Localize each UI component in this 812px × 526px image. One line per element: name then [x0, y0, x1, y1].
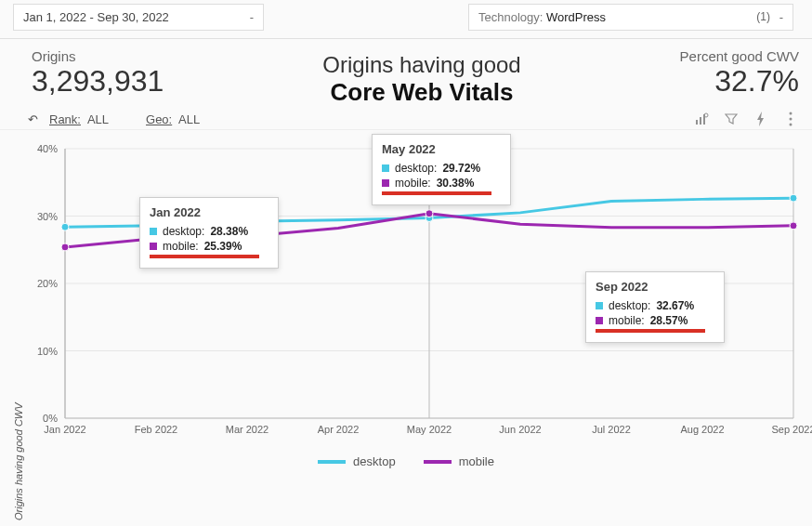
- svg-text:30%: 30%: [37, 211, 58, 222]
- geo-filter[interactable]: Geo: ALL: [146, 112, 200, 126]
- legend-label: mobile: [459, 454, 494, 468]
- mobile-swatch-icon: [150, 243, 157, 250]
- svg-text:40%: 40%: [37, 143, 58, 154]
- chart-area: Origins having good CWV 0%10%20%30%40%Ja…: [0, 130, 812, 451]
- legend-item-mobile[interactable]: mobile: [424, 454, 494, 468]
- rank-label: Rank:: [49, 112, 81, 126]
- desktop-line-icon: [318, 460, 346, 464]
- legend-label: desktop: [353, 454, 396, 468]
- tech-count: (1): [756, 10, 770, 23]
- date-range-text: Jan 1, 2022 - Sep 30, 2022: [23, 10, 169, 24]
- geo-value: ALL: [178, 112, 200, 126]
- svg-text:May 2022: May 2022: [407, 424, 452, 435]
- highlight-underline: [596, 329, 705, 333]
- filter-icon[interactable]: [723, 111, 740, 127]
- dash-icon: -: [250, 10, 254, 24]
- desktop-swatch-icon: [150, 228, 157, 235]
- svg-point-31: [61, 223, 69, 230]
- svg-text:Sep 2022: Sep 2022: [771, 424, 812, 435]
- svg-text:20%: 20%: [37, 278, 58, 289]
- svg-rect-1: [700, 117, 701, 125]
- tooltip-may: May 2022 desktop: 29.72% mobile: 30.38%: [372, 134, 511, 205]
- mobile-line-icon: [424, 460, 452, 464]
- tooltip-jan: Jan 2022 desktop: 28.38% mobile: 25.39%: [139, 197, 279, 269]
- pct-label: Percent good CWV: [680, 48, 799, 64]
- tech-label: Technology:: [478, 10, 546, 24]
- svg-text:Mar 2022: Mar 2022: [226, 424, 268, 435]
- origins-value: 3,293,931: [32, 64, 164, 99]
- svg-rect-0: [696, 120, 698, 125]
- title-line1: Origins having good: [164, 52, 679, 78]
- chart-toolbar: ↶ Rank: ALL Geo: ALL: [0, 109, 812, 130]
- header: Origins 3,293,931 Origins having good Co…: [0, 39, 812, 109]
- title-line2: Core Web Vitals: [164, 78, 679, 107]
- tech-value: WordPress: [546, 10, 606, 24]
- legend-item-desktop[interactable]: desktop: [318, 454, 396, 468]
- mobile-swatch-icon: [596, 317, 603, 324]
- tooltip-title: Jan 2022: [150, 205, 268, 219]
- origins-label: Origins: [32, 48, 164, 64]
- undo-icon[interactable]: ↶: [28, 112, 38, 126]
- svg-text:Jan 2022: Jan 2022: [44, 424, 85, 435]
- filter-bar: Jan 1, 2022 - Sep 30, 2022 - Technology:…: [0, 0, 812, 39]
- chart-title: Origins having good Core Web Vitals: [164, 52, 679, 107]
- y-axis-label: Origins having good CWV: [13, 402, 24, 520]
- legend: desktop mobile: [0, 451, 812, 472]
- rank-filter[interactable]: Rank: ALL: [49, 112, 109, 126]
- svg-text:10%: 10%: [37, 346, 58, 357]
- svg-text:Jun 2022: Jun 2022: [499, 424, 541, 435]
- desktop-swatch-icon: [596, 302, 603, 309]
- chart-config-icon[interactable]: [693, 111, 710, 127]
- geo-label: Geo:: [146, 112, 172, 126]
- svg-text:0%: 0%: [43, 413, 58, 424]
- svg-point-5: [790, 118, 792, 121]
- tooltip-title: May 2022: [382, 142, 501, 156]
- mobile-swatch-icon: [382, 179, 389, 187]
- svg-point-4: [790, 112, 792, 115]
- svg-text:Feb 2022: Feb 2022: [135, 424, 177, 435]
- pct-metric: Percent good CWV 32.7%: [680, 48, 799, 99]
- technology-filter[interactable]: Technology: WordPress (1) -: [468, 4, 793, 31]
- tooltip-title: Sep 2022: [596, 280, 714, 294]
- more-icon[interactable]: [782, 111, 799, 127]
- highlight-underline: [150, 255, 259, 258]
- bolt-icon[interactable]: [753, 111, 769, 127]
- date-range-filter[interactable]: Jan 1, 2022 - Sep 30, 2022 -: [13, 4, 264, 31]
- highlight-underline: [382, 191, 491, 195]
- rank-value: ALL: [87, 112, 109, 126]
- dash-icon: -: [779, 10, 783, 24]
- desktop-swatch-icon: [382, 164, 389, 172]
- svg-text:Aug 2022: Aug 2022: [680, 424, 724, 435]
- origins-metric: Origins 3,293,931: [32, 48, 164, 99]
- svg-text:Jul 2022: Jul 2022: [592, 424, 631, 435]
- svg-point-34: [61, 243, 69, 251]
- svg-point-36: [790, 222, 797, 230]
- pct-value: 32.7%: [680, 64, 799, 99]
- svg-text:Apr 2022: Apr 2022: [318, 424, 360, 435]
- tooltip-sep: Sep 2022 desktop: 32.67% mobile: 28.57%: [585, 271, 725, 343]
- svg-point-35: [426, 210, 433, 217]
- svg-point-33: [790, 194, 797, 202]
- svg-point-6: [790, 124, 792, 126]
